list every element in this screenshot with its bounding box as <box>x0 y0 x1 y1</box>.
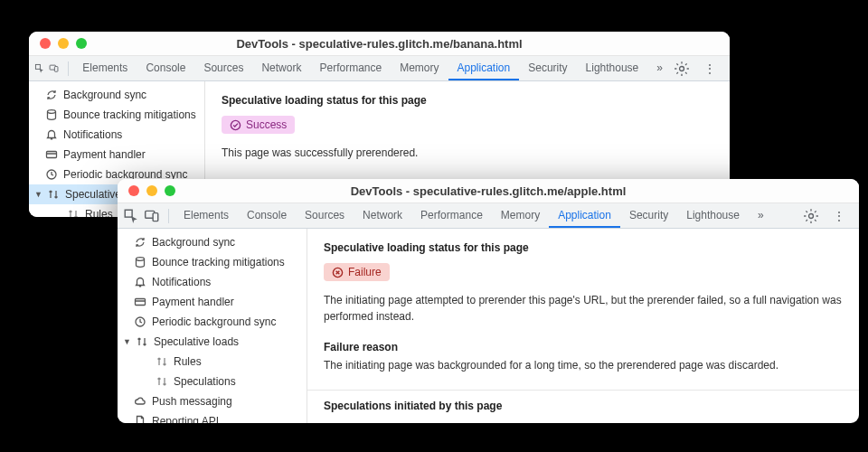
status-label: Success <box>246 118 287 131</box>
device-toggle-icon[interactable] <box>144 208 160 224</box>
status-label: Failure <box>348 266 382 278</box>
minimize-icon[interactable] <box>146 185 157 196</box>
swap-icon <box>136 335 148 348</box>
tab-security[interactable]: Security <box>519 56 576 80</box>
bell-icon <box>45 128 58 141</box>
failure-reason-text: The initiating page was backgrounded for… <box>324 357 843 373</box>
clock-icon <box>45 168 58 181</box>
titlebar: DevTools - speculative-rules.glitch.me/b… <box>29 32 730 56</box>
settings-icon[interactable] <box>803 208 819 224</box>
close-icon[interactable] <box>40 38 51 49</box>
svg-rect-13 <box>136 299 146 306</box>
svg-rect-8 <box>125 210 132 217</box>
panel-tabs: Elements Console Sources Network Perform… <box>73 56 672 80</box>
tab-elements[interactable]: Elements <box>73 56 137 80</box>
document-icon <box>134 415 146 423</box>
failure-reason-heading: Failure reason <box>324 341 843 353</box>
application-sidebar: Background sync Bounce tracking mitigati… <box>118 229 307 423</box>
maximize-icon[interactable] <box>76 38 87 49</box>
database-icon <box>134 256 146 268</box>
more-tabs-icon[interactable]: » <box>647 56 672 80</box>
sidebar-item-notifications[interactable]: Notifications <box>118 272 307 292</box>
window-title: DevTools - speculative-rules.glitch.me/b… <box>38 37 721 51</box>
swap-icon <box>156 355 168 368</box>
tab-console[interactable]: Console <box>137 56 194 80</box>
more-tabs-icon[interactable]: » <box>749 203 773 228</box>
status-badge: Failure <box>324 263 390 281</box>
swap-icon <box>47 188 60 201</box>
titlebar: DevTools - speculative-rules.glitch.me/a… <box>118 179 859 203</box>
caret-down-icon: ▼ <box>34 186 43 202</box>
tab-application[interactable]: Application <box>549 203 620 228</box>
svg-rect-2 <box>55 66 59 71</box>
svg-rect-5 <box>47 152 57 158</box>
sidebar-item-background-sync[interactable]: Background sync <box>29 85 204 105</box>
tab-elements[interactable]: Elements <box>175 203 238 228</box>
swap-icon <box>67 208 80 217</box>
tab-performance[interactable]: Performance <box>411 203 492 228</box>
status-badge: Success <box>222 116 295 134</box>
minimize-icon[interactable] <box>58 38 69 49</box>
traffic-lights <box>128 185 175 196</box>
tab-network[interactable]: Network <box>354 203 411 228</box>
svg-rect-0 <box>35 64 40 69</box>
sidebar-item-reporting-api[interactable]: Reporting API <box>118 411 307 423</box>
traffic-lights <box>40 38 87 49</box>
tab-security[interactable]: Security <box>620 203 677 228</box>
sidebar-item-speculative-loads[interactable]: ▼Speculative loads <box>118 332 307 352</box>
speculations-heading: Speculations initiated by this page <box>324 400 843 412</box>
tab-console[interactable]: Console <box>238 203 296 228</box>
device-toggle-icon[interactable] <box>49 61 59 77</box>
main-panel: Speculative loading status for this page… <box>307 229 859 423</box>
devtools-toolbar: Elements Console Sources Network Perform… <box>118 203 859 229</box>
bell-icon <box>134 276 146 288</box>
svg-point-12 <box>137 258 145 261</box>
tab-sources[interactable]: Sources <box>194 56 252 80</box>
card-icon <box>45 148 58 161</box>
inspect-icon[interactable] <box>34 61 44 77</box>
sidebar-item-bounce-tracking[interactable]: Bounce tracking mitigations <box>118 252 307 272</box>
tab-performance[interactable]: Performance <box>310 56 391 80</box>
devtools-toolbar: Elements Console Sources Network Perform… <box>29 56 730 81</box>
close-icon[interactable] <box>128 185 139 196</box>
tab-network[interactable]: Network <box>252 56 310 80</box>
svg-point-4 <box>48 110 56 114</box>
sidebar-item-payment-handler[interactable]: Payment handler <box>118 292 307 312</box>
sidebar-item-push-messaging[interactable]: Push messaging <box>118 391 307 411</box>
devtools-window-apple: DevTools - speculative-rules.glitch.me/a… <box>118 179 859 423</box>
sidebar-item-bounce-tracking[interactable]: Bounce tracking mitigations <box>29 105 204 125</box>
sync-icon <box>134 236 146 249</box>
cloud-icon <box>134 395 146 408</box>
tab-lighthouse[interactable]: Lighthouse <box>677 203 749 228</box>
kebab-menu-icon[interactable]: ⋮ <box>831 208 847 224</box>
tab-application[interactable]: Application <box>448 56 520 80</box>
sidebar-item-periodic-sync[interactable]: Periodic background sync <box>118 312 307 332</box>
clock-icon <box>134 315 146 328</box>
sidebar-item-notifications[interactable]: Notifications <box>29 125 204 145</box>
sidebar-item-speculations[interactable]: Speculations <box>118 372 307 391</box>
svg-rect-10 <box>153 212 158 221</box>
kebab-menu-icon[interactable]: ⋮ <box>702 61 718 77</box>
status-description: The initiating page attempted to prerend… <box>324 292 843 325</box>
x-circle-icon <box>332 267 344 278</box>
sync-icon <box>45 89 58 101</box>
tab-sources[interactable]: Sources <box>296 203 354 228</box>
status-heading: Speculative loading status for this page <box>324 241 843 254</box>
inspect-icon[interactable] <box>123 208 139 224</box>
sidebar-item-payment-handler[interactable]: Payment handler <box>29 145 204 165</box>
sidebar-item-background-sync[interactable]: Background sync <box>118 232 307 252</box>
settings-icon[interactable] <box>674 61 690 77</box>
database-icon <box>45 108 58 121</box>
swap-icon <box>156 375 168 388</box>
tab-lighthouse[interactable]: Lighthouse <box>577 56 648 80</box>
tab-memory[interactable]: Memory <box>391 56 448 80</box>
maximize-icon[interactable] <box>165 185 175 196</box>
status-heading: Speculative loading status for this page <box>222 94 713 107</box>
caret-down-icon: ▼ <box>123 334 132 350</box>
check-circle-icon <box>230 119 241 131</box>
panel-tabs: Elements Console Sources Network Perform… <box>175 203 801 228</box>
tab-memory[interactable]: Memory <box>492 203 549 228</box>
svg-point-11 <box>809 213 814 218</box>
sidebar-item-rules[interactable]: Rules <box>118 352 307 372</box>
card-icon <box>134 296 146 308</box>
